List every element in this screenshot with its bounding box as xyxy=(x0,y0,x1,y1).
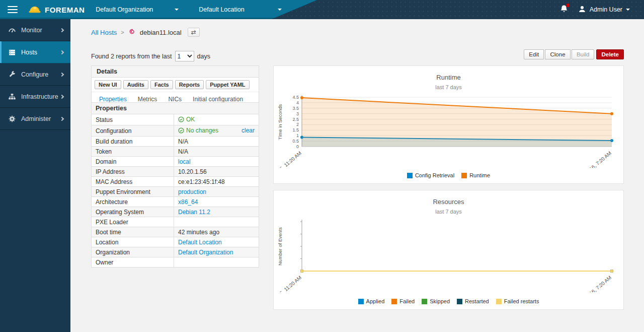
gauge-icon xyxy=(8,26,16,34)
table-row: Operating SystemDebian 11.2 xyxy=(92,207,259,217)
clear-link[interactable]: clear xyxy=(242,127,255,134)
legend-swatch xyxy=(422,299,427,304)
legend-item-failed-restarts[interactable]: Failed restarts xyxy=(496,298,539,304)
svg-text:0.5: 0.5 xyxy=(292,139,299,144)
table-row: Boot time42 minutes ago xyxy=(92,227,259,237)
property-value: 10.20.1.56 xyxy=(174,167,259,177)
svg-text:4.5: 4.5 xyxy=(292,95,299,100)
organization-link[interactable]: Default Organization xyxy=(178,249,233,256)
property-label: Operating System xyxy=(92,207,174,217)
operating-system-link[interactable]: Debian 11.2 xyxy=(178,209,210,216)
sidebar-item-label: Infrastructure xyxy=(21,93,58,100)
details-panel-title: Details xyxy=(92,66,259,78)
svg-text:0: 0 xyxy=(296,144,299,149)
table-row: Puppet Environmentproduction xyxy=(92,187,259,197)
legend-swatch xyxy=(358,299,364,304)
legend-item-failed[interactable]: Failed xyxy=(391,298,415,304)
svg-text:2.5: 2.5 xyxy=(292,117,299,122)
status-badge: No changes xyxy=(186,127,218,134)
legend-swatch xyxy=(461,173,467,178)
table-row: Domainlocal xyxy=(92,157,259,167)
property-value: local xyxy=(174,157,259,167)
sidebar-item-configure[interactable]: Configure xyxy=(0,63,70,86)
clone-button[interactable]: Clone xyxy=(545,49,570,59)
svg-text:1.5: 1.5 xyxy=(292,127,299,132)
property-value: Default Organization xyxy=(174,247,259,257)
wrench-icon xyxy=(8,71,16,79)
legend-item-applied[interactable]: Applied xyxy=(358,298,385,304)
svg-text:3: 3 xyxy=(296,111,299,116)
table-row: LocationDefault Location xyxy=(92,237,259,247)
chart-legend: AppliedFailedSkippedRestartedFailed rest… xyxy=(274,298,623,304)
properties-table-title: Properties xyxy=(92,103,259,114)
breadcrumb: All Hosts > debian11.local ⇄ xyxy=(91,28,200,37)
facts-button[interactable]: Facts xyxy=(150,80,173,89)
legend-label: Failed restarts xyxy=(504,298,539,304)
property-label: Build duration xyxy=(92,137,174,147)
chevron-down-icon xyxy=(175,9,179,11)
reports-button[interactable]: Reports xyxy=(175,80,204,89)
property-label: Architecture xyxy=(92,197,174,207)
svg-text:Time in Seconds: Time in Seconds xyxy=(277,104,283,140)
delete-button[interactable]: Delete xyxy=(596,49,624,59)
sidebar-item-hosts[interactable]: Hosts xyxy=(0,41,70,63)
puppet-environment-link[interactable]: production xyxy=(178,188,206,195)
sidebar-item-infrastructure[interactable]: Infrastructure xyxy=(0,86,70,108)
domain-link[interactable]: local xyxy=(178,158,191,165)
sidebar-item-administer[interactable]: Administer xyxy=(0,108,70,130)
top-navbar: FOREMAN Default Organization Default Loc… xyxy=(0,0,644,19)
reports-days-text: days xyxy=(197,53,210,60)
property-label: Owner xyxy=(92,257,174,268)
legend-label: Applied xyxy=(366,298,385,304)
edit-button[interactable]: Edit xyxy=(524,49,544,59)
gear-icon xyxy=(8,115,16,123)
details-panel: Details New UIAuditsFactsReportsPuppet Y… xyxy=(91,65,259,107)
breadcrumb-current-host: debian11.local xyxy=(140,29,182,36)
sitemap-icon xyxy=(8,93,16,101)
sidebar-nav: Monitor Hosts Configure Infrastructure xyxy=(0,19,70,332)
property-value: ce:e1:23:45:1f:48 xyxy=(174,177,259,187)
legend-item-skipped[interactable]: Skipped xyxy=(422,298,450,304)
audits-button[interactable]: Audits xyxy=(123,80,148,89)
user-name: Admin User xyxy=(590,6,622,13)
chevron-down-icon xyxy=(278,9,282,11)
user-menu[interactable]: Admin User xyxy=(578,5,630,15)
legend-label: Runtime xyxy=(469,172,490,178)
organization-selector[interactable]: Default Organization xyxy=(96,6,179,13)
chart-legend: Config RetrievalRuntime xyxy=(274,172,623,178)
host-switcher-button[interactable]: ⇄ xyxy=(188,28,200,37)
host-action-buttons: Edit Clone Build Delete xyxy=(524,49,624,59)
property-value: Debian 11.2 xyxy=(174,207,259,217)
svg-text:Number of Events: Number of Events xyxy=(277,227,283,265)
chevron-down-icon xyxy=(626,9,630,11)
legend-swatch xyxy=(391,299,397,304)
location-selector[interactable]: Default Location xyxy=(199,6,282,13)
report-days-select[interactable]: 1 xyxy=(175,51,194,61)
server-icon xyxy=(8,48,16,56)
sidebar-item-monitor[interactable]: Monitor xyxy=(0,19,70,41)
debian-icon xyxy=(128,28,136,37)
hamburger-menu-icon[interactable] xyxy=(8,4,18,15)
property-label: Location xyxy=(92,237,174,247)
properties-table: Properties StatusOKConfigurationNo chang… xyxy=(91,102,259,268)
build-button[interactable]: Build xyxy=(572,49,595,59)
reports-filter-bar: Found 2 reports from the last 1 days xyxy=(91,51,210,61)
breadcrumb-separator: > xyxy=(121,29,124,35)
foreman-brand: FOREMAN xyxy=(29,4,85,16)
new-ui-button[interactable]: New UI xyxy=(95,80,121,89)
legend-item-config-retrieval[interactable]: Config Retrieval xyxy=(407,172,454,178)
puppet-yaml-button[interactable]: Puppet YAML xyxy=(206,80,249,89)
runtime-chart-panel: Runtime last 7 days 00.511.522.533.544.5… xyxy=(273,65,624,184)
property-value: 42 minutes ago xyxy=(174,227,259,237)
sidebar-item-label: Hosts xyxy=(21,49,37,56)
legend-item-runtime[interactable]: Runtime xyxy=(461,172,490,178)
reports-count-text: Found 2 reports from the last xyxy=(91,53,172,60)
legend-item-restarted[interactable]: Restarted xyxy=(457,298,489,304)
breadcrumb-all-hosts-link[interactable]: All Hosts xyxy=(91,29,117,36)
location-link[interactable]: Default Location xyxy=(178,239,222,246)
architecture-link[interactable]: x86_64 xyxy=(178,198,198,206)
notifications-bell-icon[interactable] xyxy=(560,5,568,15)
svg-text:1: 1 xyxy=(296,133,299,138)
chart-subtitle: last 7 days xyxy=(274,81,623,90)
property-value: production xyxy=(174,187,259,197)
